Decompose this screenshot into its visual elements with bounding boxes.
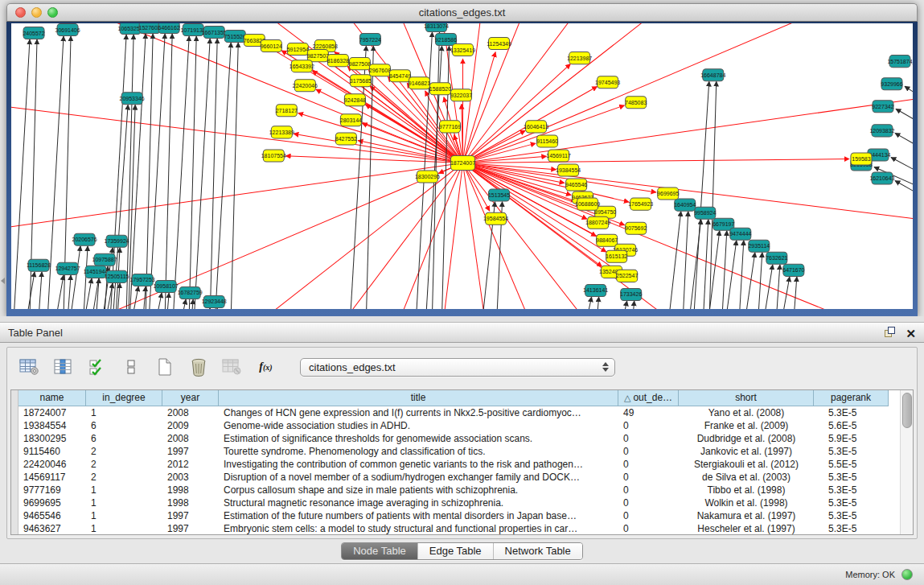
graph-node[interactable]: 10975887	[92, 253, 117, 266]
graph-node[interactable]: 9474444	[729, 228, 751, 240]
select-rows-icon[interactable]	[86, 356, 108, 377]
table-row[interactable]: 1938455462009Genome-wide association stu…	[18, 419, 901, 432]
table-cell[interactable]: 0	[618, 432, 679, 445]
table-cell[interactable]: 0	[618, 471, 679, 484]
table-cell[interactable]: 5.3E-5	[814, 509, 889, 522]
close-panel-icon[interactable]: ✕	[906, 328, 916, 340]
table-select-dropdown[interactable]: citations_edges.txt	[300, 358, 615, 377]
table-cell[interactable]: Genome-wide association studies in ADHD.	[219, 419, 618, 432]
scrollbar-thumb[interactable]	[902, 393, 912, 428]
table-row[interactable]: 2242004622012Investigating the contribut…	[18, 458, 901, 471]
table-cell[interactable]: 19384554	[18, 419, 86, 432]
table-mode-icon[interactable]	[18, 356, 40, 377]
graph-node[interactable]: 15751874	[887, 56, 912, 68]
graph-node[interactable]: 2803144	[340, 114, 362, 126]
graph-node[interactable]: 16782759	[178, 286, 203, 299]
table-cell[interactable]: 1998	[162, 496, 219, 509]
table-cell[interactable]: 22420046	[18, 458, 86, 471]
graph-node[interactable]: 9884067	[596, 234, 618, 246]
column-header-title[interactable]: title	[219, 390, 618, 406]
table-cell[interactable]: 18300295	[18, 432, 86, 445]
show-columns-icon[interactable]	[52, 356, 74, 377]
tab-edge-table[interactable]: Edge Table	[418, 543, 494, 559]
graph-node[interactable]: 30691406	[55, 24, 80, 36]
table-cell[interactable]: 9463627	[18, 522, 86, 535]
table-cell[interactable]: Tibbo et al. (1998)	[679, 484, 814, 496]
graph-node[interactable]: 9827508	[349, 58, 371, 70]
table-cell[interactable]: 5.9E-5	[814, 432, 889, 445]
graph-node[interactable]: 18107554	[261, 150, 286, 162]
table-cell[interactable]: 1997	[162, 509, 219, 522]
table-cell[interactable]: de Silva et al. (2003)	[679, 471, 814, 484]
graph-node[interactable]: 8427552	[335, 133, 357, 145]
graph-node[interactable]: 16046413	[524, 121, 548, 133]
graph-node[interactable]: 9465546	[565, 179, 587, 191]
table-cell[interactable]: 2	[86, 458, 162, 471]
graph-node[interactable]: 9075692	[625, 222, 647, 234]
graph-node[interactable]: 11254349	[487, 38, 511, 50]
table-cell[interactable]: 1	[86, 522, 162, 535]
graph-node[interactable]: 9218586	[435, 34, 457, 46]
column-header-year[interactable]: year	[162, 390, 219, 406]
graph-node[interactable]: 1513545	[488, 189, 510, 201]
table-cell[interactable]: 1	[86, 509, 162, 522]
graph-node[interactable]: 9227342	[872, 101, 893, 113]
tab-network-table[interactable]: Network Table	[494, 543, 582, 559]
table-cell[interactable]: Stergiakouli et al. (2012)	[679, 458, 814, 471]
table-cell[interactable]: 2	[86, 445, 162, 458]
graph-node[interactable]: 9322037	[450, 89, 472, 101]
table-cell[interactable]: Yano et al. (2008)	[679, 406, 814, 419]
graph-node[interactable]: 19384554	[556, 164, 581, 176]
table-cell[interactable]: 9777169	[18, 484, 86, 496]
table-cell[interactable]: 1	[86, 406, 162, 419]
window-titlebar[interactable]: citations_edges.txt	[6, 3, 918, 22]
table-cell[interactable]: 5.6E-5	[814, 419, 889, 432]
graph-node[interactable]: 2935114	[748, 240, 770, 252]
table-cell[interactable]: 14569117	[18, 471, 86, 484]
graph-node[interactable]: 18313074	[424, 23, 449, 32]
table-cell[interactable]: 0	[618, 522, 679, 535]
graph-node[interactable]: 18807249	[585, 216, 610, 229]
graph-node[interactable]: 159583	[851, 153, 872, 165]
table-cell[interactable]: 0	[618, 496, 679, 509]
graph-node[interactable]: 1640954	[674, 199, 696, 211]
table-cell[interactable]: 0	[618, 484, 679, 496]
table-cell[interactable]: 0	[618, 509, 679, 522]
float-panel-icon[interactable]	[884, 326, 896, 341]
table-cell[interactable]: 1	[86, 484, 162, 496]
table-cell[interactable]: 9465546	[18, 509, 86, 522]
graph-node[interactable]: 7957224	[359, 34, 381, 46]
graph-node[interactable]: 17359924	[105, 235, 129, 247]
graph-node[interactable]: 18300295	[415, 171, 440, 183]
table-cell[interactable]: 2	[86, 471, 162, 484]
graph-node[interactable]: 9146821	[409, 77, 430, 89]
function-builder-icon[interactable]: f(x)	[255, 356, 277, 377]
graph-node[interactable]: 5912954	[287, 43, 309, 56]
column-header-short[interactable]: short	[679, 390, 814, 406]
graph-node[interactable]: 20206576	[72, 233, 97, 245]
table-cell[interactable]: Estimation of the future numbers of pati…	[219, 509, 618, 522]
table-cell[interactable]: 6	[86, 432, 162, 445]
table-cell[interactable]: 2008	[162, 406, 219, 419]
table-row[interactable]: 911546021997Tourette syndrome. Phenomeno…	[18, 445, 901, 458]
graph-node[interactable]: 2405572	[23, 27, 44, 39]
table-cell[interactable]: Corpus callosum shape and size in male p…	[219, 484, 618, 496]
table-cell[interactable]: 9699695	[18, 496, 86, 509]
table-cell[interactable]: Structural magnetic resonance image aver…	[219, 496, 618, 509]
graph-hub-node[interactable]: 18724007	[450, 155, 475, 170]
table-cell[interactable]: 5.3E-5	[814, 471, 889, 484]
graph-node[interactable]: 1588520	[429, 83, 451, 95]
table-row[interactable]: 946554611997Estimation of the future num…	[18, 509, 901, 522]
column-header-in_degree[interactable]: in_degree	[86, 390, 162, 406]
graph-node[interactable]: 8186328	[327, 55, 349, 67]
graph-node[interactable]: 12942757	[55, 262, 80, 274]
graph-node[interactable]: 10958107	[154, 280, 179, 292]
graph-node[interactable]: 14569117	[546, 150, 571, 162]
table-row[interactable]: 969969511998Structural magnetic resonanc…	[18, 496, 901, 509]
table-cell[interactable]: Wolkin et al. (1998)	[679, 496, 814, 509]
citation-network-graph[interactable]: 2405572306914061065325715276026466162107…	[11, 23, 913, 309]
graph-node[interactable]: 12213987	[567, 52, 592, 64]
delete-column-icon[interactable]	[187, 356, 209, 377]
graph-node[interactable]: 2522547	[616, 270, 638, 282]
graph-node[interactable]: 14136141	[583, 284, 608, 296]
